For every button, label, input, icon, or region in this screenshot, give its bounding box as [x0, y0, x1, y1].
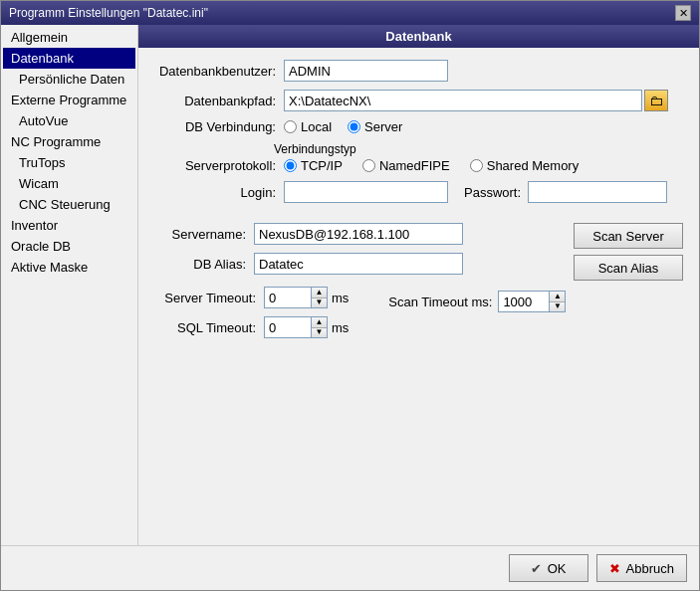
server-timeout-row: Server Timeout: ▲ ▼ ms [154, 287, 349, 308]
radio-server[interactable] [348, 120, 360, 133]
sql-timeout-btn-group: ▲ ▼ [312, 316, 328, 338]
proto-tcpip-label[interactable]: TCP/IP [284, 158, 343, 173]
radio-local-text: Local [301, 119, 332, 134]
sidebar-item-allgemein[interactable]: Allgemein [3, 27, 135, 48]
cancel-x-icon: ✖ [609, 561, 620, 576]
scan-timeout-down[interactable]: ▼ [550, 302, 565, 312]
proto-sharedmem-label[interactable]: Shared Memory [470, 158, 579, 173]
sidebar-item-autovue[interactable]: AutoVue [3, 110, 135, 131]
ok-check-icon: ✔ [531, 561, 542, 576]
scan-timeout-btn-group: ▲ ▼ [550, 291, 566, 312]
sql-timeout-spinner: ▲ ▼ [264, 316, 328, 338]
radio-server-text: Server [364, 119, 402, 134]
db-verbindung-label: DB Verbindung: [154, 119, 284, 134]
db-alias-label: DB Alias: [154, 257, 254, 272]
browse-button[interactable]: 🗀 [644, 90, 668, 111]
proto-namedpipe-text: NamedFIPE [379, 158, 450, 173]
sql-timeout-input[interactable] [264, 316, 312, 338]
server-buttons: Scan Server Scan Alias [574, 223, 683, 281]
sidebar-item-wicam[interactable]: Wicam [3, 173, 135, 194]
passwort-label: Passwort: [448, 185, 528, 200]
db-verbindung-row: DB Verbindung: Local Server [154, 119, 683, 134]
servername-input[interactable] [254, 223, 463, 245]
scan-timeout-up[interactable]: ▲ [550, 292, 565, 302]
sidebar-item-trutops[interactable]: TruTops [3, 152, 135, 173]
server-section: Servername: DB Alias: Scan Server Scan A… [154, 223, 683, 283]
server-timeout-input[interactable] [264, 287, 312, 308]
scan-timeout-section: Scan Timeout ms: ▲ ▼ [388, 291, 566, 312]
sql-timeout-up[interactable]: ▲ [312, 317, 327, 328]
proto-namedpipe-label[interactable]: NamedFIPE [362, 158, 450, 173]
cancel-button[interactable]: ✖ Abbruch [596, 554, 687, 582]
sidebar-item-oracle-db[interactable]: Oracle DB [3, 236, 135, 257]
servername-label: Servername: [154, 227, 254, 242]
sidebar: AllgemeinDatenbankPersönliche DatenExter… [1, 25, 138, 545]
verbindungstyp-label-row: Verbindungstyp [154, 142, 683, 156]
sidebar-item-persoenliche-daten[interactable]: Persönliche Daten [3, 69, 135, 90]
db-pfad-label: Datenbankpfad: [154, 94, 284, 108]
proto-tcpip-text: TCP/IP [301, 158, 343, 173]
proto-namedpipe-radio[interactable] [362, 159, 375, 172]
ok-button[interactable]: ✔ OK [509, 554, 588, 582]
radio-local-label[interactable]: Local [284, 119, 332, 134]
login-label: Login: [154, 185, 284, 200]
sidebar-item-nc-programme[interactable]: NC Programme [3, 131, 135, 152]
login-input[interactable] [284, 181, 448, 203]
verbindungstyp-label: Verbindungstyp [274, 142, 356, 156]
server-fields: Servername: DB Alias: [154, 223, 558, 283]
ok-label: OK [548, 561, 567, 576]
sql-timeout-ms: ms [332, 320, 349, 335]
main-window: Programm Einstellungen "Datatec.ini" ✕ A… [0, 0, 700, 591]
panel-header: Datenbank [138, 25, 699, 48]
right-panel: Datenbank Datenbankbenutzer: Datenbankpf… [138, 25, 699, 545]
server-timeout-spinner: ▲ ▼ [264, 287, 328, 308]
serverprotokoll-label: Serverprotokoll: [154, 158, 284, 173]
db-pfad-row: Datenbankpfad: 🗀 [154, 90, 683, 111]
scan-server-button[interactable]: Scan Server [574, 223, 683, 249]
proto-sharedmem-text: Shared Memory [487, 158, 579, 173]
sidebar-item-externe-programme[interactable]: Externe Programme [3, 90, 135, 110]
passwort-input[interactable] [528, 181, 667, 203]
radio-server-label[interactable]: Server [348, 119, 402, 134]
db-alias-row: DB Alias: [154, 253, 558, 275]
proto-tcpip-radio[interactable] [284, 159, 297, 172]
sidebar-item-aktive-maske[interactable]: Aktive Maske [3, 257, 135, 278]
serverprotokoll-row: Serverprotokoll: TCP/IP NamedFIPE [154, 158, 683, 173]
scan-timeout-label: Scan Timeout ms: [388, 295, 492, 309]
db-benutzer-input[interactable] [284, 60, 448, 82]
serverprotokoll-section: Verbindungstyp Serverprotokoll: TCP/IP N… [154, 142, 683, 173]
sidebar-item-datenbank[interactable]: Datenbank [3, 48, 135, 69]
server-timeout-up[interactable]: ▲ [312, 288, 327, 298]
db-benutzer-label: Datenbankbenutzer: [154, 64, 284, 79]
scan-timeout-input[interactable] [498, 291, 550, 312]
main-content: AllgemeinDatenbankPersönliche DatenExter… [1, 25, 699, 545]
proto-sharedmem-radio[interactable] [470, 159, 483, 172]
scan-timeout-spinner: ▲ ▼ [498, 291, 566, 312]
sidebar-item-cnc-steuerung[interactable]: CNC Steuerung [3, 194, 135, 215]
sql-timeout-label: SQL Timeout: [154, 320, 264, 335]
server-timeout-down[interactable]: ▼ [312, 298, 327, 308]
sql-timeout-row: SQL Timeout: ▲ ▼ ms [154, 316, 349, 338]
db-benutzer-row: Datenbankbenutzer: [154, 60, 683, 82]
server-timeout-ms: ms [332, 291, 349, 305]
close-button[interactable]: ✕ [675, 5, 691, 21]
server-timeout-label: Server Timeout: [154, 291, 264, 305]
scan-alias-button[interactable]: Scan Alias [574, 255, 683, 281]
sidebar-item-inventor[interactable]: Inventor [3, 215, 135, 236]
server-timeout-btn-group: ▲ ▼ [312, 287, 328, 308]
bottom-bar: ✔ OK ✖ Abbruch [1, 545, 699, 590]
panel-body: Datenbankbenutzer: Datenbankpfad: 🗀 DB V… [138, 48, 699, 545]
login-row: Login: Passwort: [154, 181, 683, 203]
cancel-label: Abbruch [626, 561, 674, 576]
title-bar: Programm Einstellungen "Datatec.ini" ✕ [1, 1, 699, 25]
protocol-options: TCP/IP NamedFIPE Shared Memory [284, 158, 579, 173]
radio-local[interactable] [284, 120, 297, 133]
window-title: Programm Einstellungen "Datatec.ini" [9, 6, 208, 20]
db-pfad-input[interactable] [284, 90, 642, 111]
verbindung-radio-group: Local Server [284, 119, 402, 134]
servername-row: Servername: [154, 223, 558, 245]
sql-timeout-down[interactable]: ▼ [312, 328, 327, 338]
timeout-left: Server Timeout: ▲ ▼ ms [154, 287, 349, 346]
db-alias-input[interactable] [254, 253, 463, 275]
